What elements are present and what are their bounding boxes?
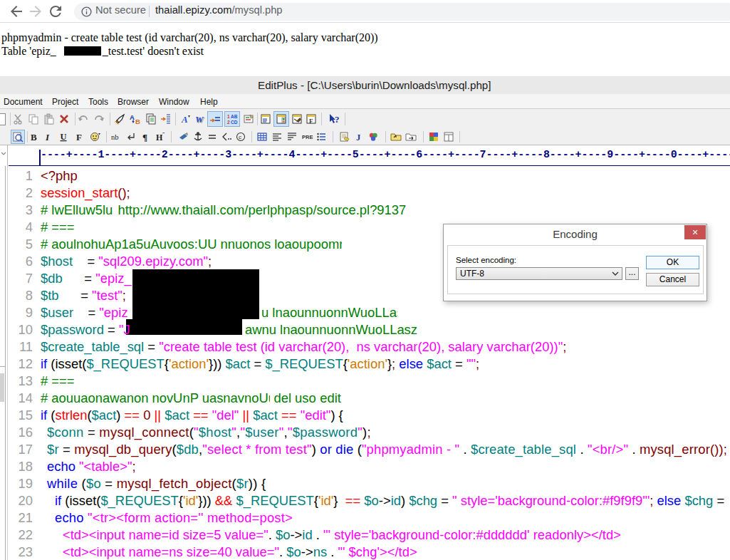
svg-text:B: B	[135, 118, 140, 125]
svg-text:AB: AB	[231, 114, 238, 119]
svg-text:J: J	[356, 133, 360, 142]
svg-text:CD: CD	[231, 120, 238, 125]
svg-text:I: I	[45, 132, 50, 142]
svg-text:PRE: PRE	[302, 134, 313, 140]
svg-text:?: ?	[335, 114, 340, 125]
svg-text:nb: nb	[111, 133, 119, 141]
svg-text:c: c	[239, 134, 241, 140]
svg-text:F: F	[309, 118, 313, 125]
svg-text:2: 2	[227, 120, 230, 125]
svg-text:¶: ¶	[142, 132, 147, 142]
svg-text:F: F	[76, 132, 82, 142]
svg-text:A: A	[181, 114, 188, 125]
svg-text:W: W	[195, 114, 204, 125]
svg-text:A: A	[130, 113, 135, 121]
svg-text:1: 1	[227, 114, 230, 119]
svg-text:U: U	[61, 132, 67, 142]
svg-text:B: B	[31, 132, 37, 142]
svg-text:˝: ˝	[162, 132, 165, 138]
